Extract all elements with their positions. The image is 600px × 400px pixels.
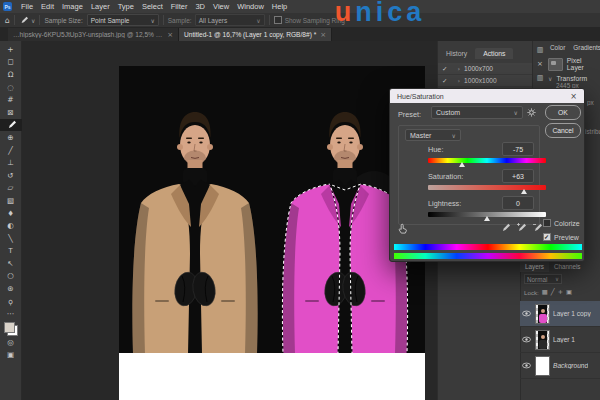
channel-dropdown[interactable]: Master ∨ [405, 129, 461, 141]
hue-slider[interactable] [428, 158, 546, 163]
tool-zoom[interactable]: ϙ [0, 295, 22, 308]
expander-icon[interactable]: › [457, 77, 460, 85]
preview-checkbox[interactable] [543, 233, 551, 241]
visibility-eye-icon[interactable] [520, 362, 532, 369]
saturation-value-field[interactable]: +63 [502, 169, 534, 183]
collapsed-panel-icon[interactable]: ▥ [534, 44, 546, 56]
ok-button[interactable]: OK [545, 105, 581, 120]
collapsed-panel-icon[interactable]: × [534, 58, 546, 70]
blend-mode-dropdown[interactable]: Normal ∨ [524, 274, 562, 284]
tool-history-brush[interactable]: ↺ [0, 169, 22, 182]
lightness-slider-handle[interactable] [484, 216, 490, 221]
tool-blur[interactable]: ♦ [0, 207, 22, 220]
lock-transparency-icon[interactable]: ▦ [542, 288, 548, 296]
on-image-adjustment-hand-icon[interactable] [397, 223, 409, 235]
eyedropper-subtract-icon[interactable] [532, 223, 542, 233]
tool-type[interactable]: T [0, 245, 22, 258]
home-icon[interactable]: ⌂ [5, 16, 10, 25]
hue-value-field[interactable]: -75 [502, 142, 534, 156]
tool-healing-brush[interactable]: ⊕ [0, 131, 22, 144]
layer-thumbnail[interactable] [535, 330, 550, 350]
chevron-down-icon[interactable]: ∨ [31, 17, 35, 24]
tool-frame[interactable]: ⊠ [0, 106, 22, 119]
visibility-eye-icon[interactable] [520, 336, 532, 343]
tool-marquee[interactable]: ◻ [0, 56, 22, 69]
tab-actions[interactable]: Actions [475, 48, 513, 59]
action-item[interactable]: ✓ › 1000x1000 [438, 75, 533, 87]
preset-dropdown[interactable]: Custom ∨ [431, 106, 523, 119]
layer-row-layer1[interactable]: Layer 1 [520, 327, 600, 353]
tool-shape[interactable]: ○ [0, 270, 22, 283]
menu-filter[interactable]: Filter [167, 2, 192, 11]
app-icon[interactable]: Ps [3, 2, 12, 11]
menu-window[interactable]: Window [233, 2, 268, 11]
color-swatches[interactable] [4, 322, 18, 336]
collapsed-panel-icon[interactable]: ▥ [534, 72, 546, 84]
lock-pixels-icon[interactable]: ╱ [551, 288, 555, 296]
layer-row-layer1-copy[interactable]: Layer 1 copy [520, 301, 600, 327]
tool-crop[interactable]: # [0, 93, 22, 106]
tool-brush[interactable]: ╱ [0, 144, 22, 157]
menu-layer[interactable]: Layer [87, 2, 114, 11]
menu-image[interactable]: Image [58, 2, 87, 11]
close-icon[interactable]: × [167, 31, 173, 39]
cancel-button[interactable]: Cancel [545, 123, 581, 138]
tab-color[interactable]: Color [546, 41, 569, 54]
expander-icon[interactable]: › [457, 65, 460, 73]
layer-row-background[interactable]: Background [520, 353, 600, 379]
document-tab-unsplash[interactable]: …hipskyy-6KPU5JtUp3Y-unsplash.jpg @ 12,5… [8, 28, 179, 41]
saturation-slider-handle[interactable] [521, 189, 527, 194]
sample-dropdown[interactable]: All Layers ∨ [195, 14, 265, 26]
sample-size-dropdown[interactable]: Point Sample ∨ [87, 14, 159, 26]
check-icon[interactable]: ✓ [442, 65, 447, 73]
menu-select[interactable]: Select [138, 2, 167, 11]
visibility-eye-icon[interactable] [520, 310, 532, 317]
tool-eyedropper[interactable] [0, 119, 22, 132]
gear-icon[interactable] [527, 108, 536, 117]
menu-help[interactable]: Help [268, 2, 291, 11]
lightness-slider[interactable] [428, 212, 546, 217]
tab-gradients[interactable]: Gradients [569, 41, 600, 54]
dialog-title-bar[interactable]: Hue/Saturation × [390, 89, 584, 103]
document-tab-untitled[interactable]: Untitled-1 @ 16,7% (Layer 1 copy, RGB/8#… [179, 28, 332, 41]
tool-path-selection[interactable]: ↖ [0, 257, 22, 270]
close-icon[interactable]: × [320, 31, 326, 39]
foreground-color-swatch[interactable] [4, 322, 15, 333]
show-sampling-ring-checkbox[interactable] [274, 16, 282, 24]
tool-move[interactable]: + [0, 43, 22, 56]
lock-position-icon[interactable]: + [558, 288, 563, 296]
check-icon[interactable]: ✓ [442, 77, 447, 85]
lightness-value-field[interactable]: 0 [502, 196, 534, 210]
tool-clone-stamp[interactable]: ⊥ [0, 156, 22, 169]
colorize-checkbox[interactable] [543, 219, 551, 227]
menu-edit[interactable]: Edit [37, 2, 58, 11]
close-icon[interactable]: × [570, 92, 577, 101]
canvas[interactable] [119, 66, 425, 400]
eyedropper-tool-icon[interactable] [19, 16, 28, 25]
tool-eraser[interactable]: ▱ [0, 182, 22, 195]
tool-lasso[interactable]: Ω [0, 68, 22, 81]
hue-slider-handle[interactable] [459, 162, 465, 167]
chevron-down-icon[interactable]: ∨ [548, 75, 552, 82]
menu-file[interactable]: File [17, 2, 37, 11]
screen-mode-button[interactable]: ▣ [0, 349, 22, 362]
layer-thumbnail[interactable] [535, 304, 550, 324]
tool-hand[interactable]: ⊛ [0, 282, 22, 295]
lock-all-icon[interactable]: ▣ [566, 288, 572, 296]
eyedropper-sample-icon[interactable] [500, 223, 510, 233]
saturation-slider[interactable] [428, 185, 546, 190]
tool-pen[interactable]: ╲ [0, 232, 22, 245]
menu-type[interactable]: Type [114, 2, 138, 11]
tool-object-selection[interactable]: ◌ [0, 81, 22, 94]
action-item[interactable]: ✓ › 1000x700 [438, 63, 533, 75]
quick-mask-button[interactable]: ◎ [0, 336, 22, 349]
tab-history[interactable]: History [438, 48, 475, 59]
eyedropper-add-icon[interactable] [516, 223, 526, 233]
tool-gradient[interactable]: ▧ [0, 194, 22, 207]
menu-3d[interactable]: 3D [191, 2, 209, 11]
layer-thumbnail[interactable] [535, 356, 550, 376]
menu-view[interactable]: View [209, 2, 233, 11]
edit-toolbar-button[interactable]: ⋯ [0, 307, 22, 320]
transform-section[interactable]: ∨ Transform [548, 75, 587, 82]
tool-dodge[interactable]: ◐ [0, 219, 22, 232]
